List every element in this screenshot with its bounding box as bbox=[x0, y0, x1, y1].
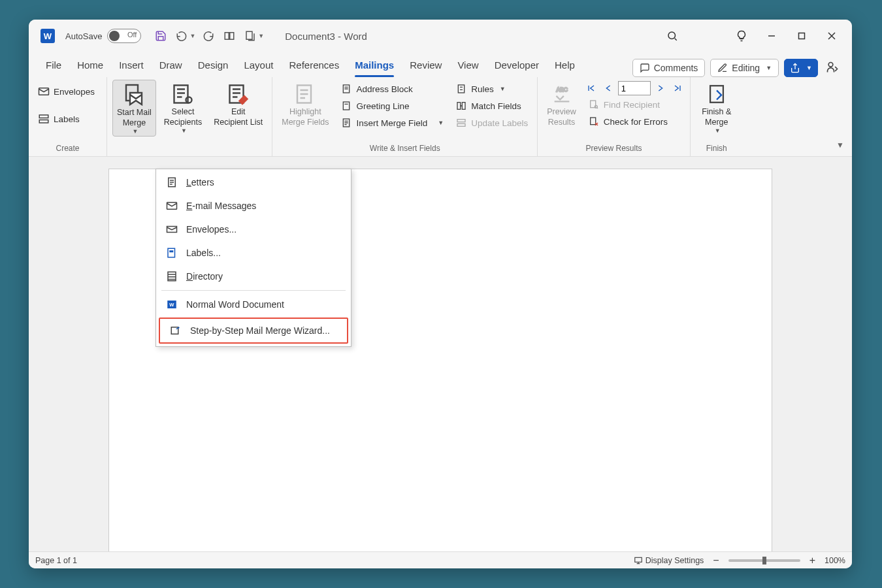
display-settings-button[interactable]: Display Settings bbox=[634, 556, 704, 565]
svg-rect-32 bbox=[168, 248, 175, 257]
save-icon[interactable] bbox=[152, 27, 170, 45]
group-write-insert: Highlight Merge Fields Address Block Gre… bbox=[272, 77, 538, 156]
chevron-down-icon: ▼ bbox=[438, 120, 444, 126]
labels-button[interactable]: Labels bbox=[34, 111, 99, 127]
undo-dropdown-chevron[interactable]: ▼ bbox=[189, 33, 195, 39]
dd-letters[interactable]: Letters bbox=[156, 171, 351, 194]
highlight-merge-fields-button[interactable]: Highlight Merge Fields bbox=[278, 80, 333, 129]
address-block-label: Address Block bbox=[356, 84, 412, 94]
svg-rect-20 bbox=[463, 103, 466, 110]
tab-insert[interactable]: Insert bbox=[111, 54, 152, 77]
first-record-button[interactable] bbox=[584, 81, 598, 95]
search-icon[interactable] bbox=[657, 23, 687, 49]
chevron-down-icon: ▼ bbox=[181, 127, 187, 134]
check-errors-button[interactable]: Check for Errors bbox=[584, 114, 685, 129]
last-record-button[interactable] bbox=[670, 81, 685, 95]
mail-merge-icon bbox=[122, 83, 146, 106]
greeting-line-button[interactable]: Greeting Line bbox=[336, 98, 448, 114]
maximize-button[interactable] bbox=[787, 23, 817, 49]
dd-wizard[interactable]: Step-by-Step Mail Merge Wizard... bbox=[160, 319, 347, 342]
dd-email[interactable]: E-mail Messages bbox=[156, 194, 351, 218]
svg-rect-0 bbox=[225, 33, 229, 40]
insert-merge-field-label: Insert Merge Field bbox=[356, 118, 427, 128]
autosave-label: AutoSave bbox=[65, 31, 102, 41]
comments-button[interactable]: Comments bbox=[632, 59, 706, 77]
document-title: Document3 - Word bbox=[285, 31, 367, 42]
svg-rect-1 bbox=[230, 33, 234, 40]
dd-envelopes[interactable]: Envelopes... bbox=[156, 218, 351, 241]
envelopes-button[interactable]: Envelopes bbox=[34, 84, 99, 99]
svg-rect-33 bbox=[169, 250, 173, 252]
group-start-merge: Start Mail Merge▼ Select Recipients▼ Edi… bbox=[107, 77, 272, 156]
word-doc-icon: W bbox=[165, 298, 178, 311]
prev-record-button[interactable] bbox=[601, 81, 615, 95]
tab-file[interactable]: File bbox=[38, 54, 69, 77]
display-icon bbox=[634, 556, 643, 565]
ribbon: Envelopes Labels Create Start Mail Merge… bbox=[29, 77, 852, 157]
group-preview: ABC Preview Results Find Recipient bbox=[538, 77, 690, 156]
svg-rect-8 bbox=[39, 115, 48, 118]
select-recipients-button[interactable]: Select Recipients▼ bbox=[160, 80, 206, 135]
insert-merge-field-button[interactable]: Insert Merge Field ▼ bbox=[336, 115, 448, 131]
redo-icon[interactable] bbox=[199, 27, 218, 45]
check-errors-label: Check for Errors bbox=[604, 117, 668, 127]
check-icon bbox=[588, 116, 600, 127]
zoom-thumb[interactable] bbox=[762, 557, 766, 564]
zoom-level[interactable]: 100% bbox=[825, 556, 845, 565]
minimize-button[interactable] bbox=[757, 23, 787, 49]
zoom-slider[interactable] bbox=[728, 559, 800, 562]
undo-icon[interactable] bbox=[172, 27, 191, 45]
tab-draw[interactable]: Draw bbox=[152, 54, 190, 77]
tab-mailings[interactable]: Mailings bbox=[347, 54, 402, 77]
finish-merge-button[interactable]: Finish & Merge▼ bbox=[696, 80, 738, 135]
qat-customize-chevron[interactable]: ▼ bbox=[258, 33, 264, 39]
tab-references[interactable]: References bbox=[281, 54, 347, 77]
close-button[interactable] bbox=[817, 23, 847, 49]
next-record-button[interactable] bbox=[653, 81, 668, 95]
preview-results-button[interactable]: ABC Preview Results bbox=[543, 80, 580, 129]
tab-review[interactable]: Review bbox=[402, 54, 449, 77]
edit-recipient-list-button[interactable]: Edit Recipient List bbox=[210, 80, 267, 129]
update-labels-button[interactable]: Update Labels bbox=[451, 115, 532, 131]
autosave-state: Off bbox=[127, 31, 137, 39]
editing-button[interactable]: Editing ▼ bbox=[710, 59, 779, 77]
share-icon bbox=[790, 63, 800, 73]
qat-icon-1[interactable] bbox=[220, 27, 238, 45]
match-fields-button[interactable]: Match Fields bbox=[451, 98, 532, 114]
select-recipients-label: Select Recipients bbox=[164, 107, 202, 127]
dd-labels[interactable]: Labels... bbox=[156, 241, 351, 265]
dd-directory[interactable]: Directory bbox=[156, 265, 351, 288]
tab-view[interactable]: View bbox=[449, 54, 486, 77]
share-button[interactable]: ▼ bbox=[784, 59, 818, 77]
address-block-button[interactable]: Address Block bbox=[336, 81, 448, 97]
tab-design[interactable]: Design bbox=[190, 54, 237, 77]
tab-home[interactable]: Home bbox=[69, 54, 111, 77]
tab-help[interactable]: Help bbox=[547, 54, 583, 77]
search-doc-icon bbox=[588, 99, 600, 110]
record-number-input[interactable] bbox=[618, 81, 651, 95]
statusbar: Page 1 of 1 Display Settings − + 100% bbox=[29, 551, 852, 568]
page-status[interactable]: Page 1 of 1 bbox=[35, 556, 77, 565]
svg-point-12 bbox=[186, 97, 191, 103]
dd-letters-label: Letters bbox=[186, 177, 214, 188]
qat-icon-2[interactable] bbox=[241, 27, 259, 45]
rules-button[interactable]: Rules▼ bbox=[451, 81, 532, 97]
titlebar: W AutoSave Off ▼ ▼ Document3 - Word bbox=[29, 20, 852, 52]
collapse-ribbon-chevron[interactable]: ▼ bbox=[836, 140, 844, 150]
wizard-icon bbox=[169, 324, 182, 337]
collab-icon[interactable] bbox=[822, 57, 843, 77]
dd-directory-label: Directory bbox=[186, 271, 223, 282]
svg-point-3 bbox=[668, 32, 676, 39]
start-mail-merge-button[interactable]: Start Mail Merge▼ bbox=[112, 80, 156, 137]
find-recipient-button[interactable]: Find Recipient bbox=[584, 97, 685, 112]
autosave-toggle[interactable]: Off bbox=[107, 29, 141, 43]
zoom-in-button[interactable]: + bbox=[807, 555, 818, 566]
tab-developer[interactable]: Developer bbox=[487, 54, 547, 77]
lightbulb-icon[interactable] bbox=[727, 23, 757, 49]
zoom-out-button[interactable]: − bbox=[710, 555, 721, 566]
tab-layout[interactable]: Layout bbox=[236, 54, 281, 77]
group-finish-label: Finish bbox=[696, 142, 738, 156]
finish-icon bbox=[705, 82, 728, 106]
dd-normal-doc[interactable]: W Normal Word Document bbox=[156, 293, 351, 316]
dd-email-label: E-mail Messages bbox=[186, 201, 256, 211]
